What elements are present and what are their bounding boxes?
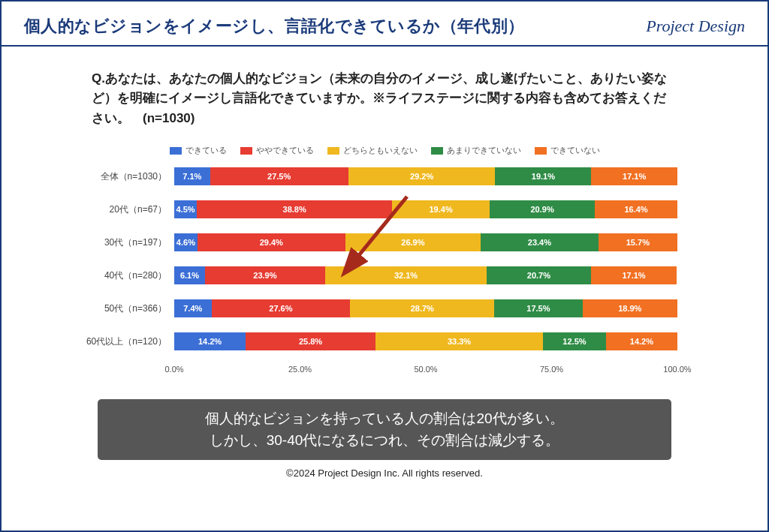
bar-segment: 7.1% bbox=[174, 167, 210, 185]
bar-row: 全体（n=1030）7.1%27.5%29.2%19.1%17.1% bbox=[80, 167, 677, 186]
stacked-bar: 4.6%29.4%26.9%23.4%15.7% bbox=[174, 233, 677, 251]
bar-segment: 27.5% bbox=[210, 167, 348, 185]
bar-segment: 4.5% bbox=[174, 200, 197, 218]
swatch-icon bbox=[431, 147, 443, 155]
content: Q.あなたは、あなたの個人的なビジョン（未来の自分のイメージ、成し遂げたいこと、… bbox=[2, 47, 767, 479]
bar-segment: 19.1% bbox=[495, 167, 591, 185]
summary-line: 個人的なビジョンを持っている人の割合は20代が多い。 bbox=[105, 408, 664, 430]
stacked-bar: 14.2%25.8%33.3%12.5%14.2% bbox=[174, 332, 677, 350]
bar-segment: 14.2% bbox=[174, 332, 246, 350]
axis-tick: 50.0% bbox=[414, 365, 437, 374]
bar-segment: 15.7% bbox=[599, 233, 677, 251]
bar-segment: 17.1% bbox=[591, 266, 677, 284]
bar-segment: 23.4% bbox=[481, 233, 599, 251]
legend-item: できている bbox=[170, 145, 227, 156]
legend-label: あまりできていない bbox=[447, 145, 521, 156]
bar-segment: 12.5% bbox=[543, 332, 606, 350]
bar-row: 20代（n=67）4.5%38.8%19.4%20.9%16.4% bbox=[80, 200, 677, 219]
swatch-icon bbox=[170, 147, 182, 155]
row-label: 50代（n=366） bbox=[80, 302, 174, 315]
summary-line: しかし、30-40代になるにつれ、その割合は減少する。 bbox=[105, 430, 664, 452]
bar-segment: 16.4% bbox=[595, 200, 677, 218]
question-text: Q.あなたは、あなたの個人的なビジョン（未来の自分のイメージ、成し遂げたいこと、… bbox=[92, 69, 677, 128]
legend-item: できていない bbox=[535, 145, 600, 156]
legend-label: どちらともいえない bbox=[343, 145, 418, 156]
bar-segment: 14.2% bbox=[606, 332, 677, 350]
bar-segment: 28.7% bbox=[350, 299, 494, 317]
x-axis: 0.0% 25.0% 50.0% 75.0% 100.0% bbox=[174, 365, 677, 378]
stacked-bar: 4.5%38.8%19.4%20.9%16.4% bbox=[174, 200, 677, 218]
bar-segment: 25.8% bbox=[246, 332, 375, 350]
copyright: ©2024 Project Design Inc. All rights res… bbox=[47, 467, 722, 479]
row-label: 60代以上（n=120） bbox=[80, 335, 174, 348]
bar-segment: 29.2% bbox=[348, 167, 496, 185]
bar-row: 60代以上（n=120）14.2%25.8%33.3%12.5%14.2% bbox=[80, 332, 677, 351]
bar-row: 30代（n=197）4.6%29.4%26.9%23.4%15.7% bbox=[80, 233, 677, 252]
axis-tick: 100.0% bbox=[663, 365, 691, 374]
legend-label: できていない bbox=[550, 145, 600, 156]
bar-segment: 18.9% bbox=[583, 299, 678, 317]
brand-logo: Project Design bbox=[646, 17, 745, 36]
swatch-icon bbox=[240, 147, 252, 155]
chart-legend: できている ややできている どちらともいえない あまりできていない できていない bbox=[47, 145, 722, 156]
bar-segment: 23.9% bbox=[205, 266, 325, 284]
axis-tick: 25.0% bbox=[288, 365, 312, 374]
bar-segment: 20.7% bbox=[487, 266, 591, 284]
bar-segment: 4.6% bbox=[174, 233, 198, 251]
legend-label: できている bbox=[185, 145, 227, 156]
swatch-icon bbox=[327, 147, 339, 155]
swatch-icon bbox=[535, 147, 547, 155]
summary-box: 個人的なビジョンを持っている人の割合は20代が多い。 しかし、30-40代になる… bbox=[98, 399, 671, 460]
bar-segment: 17.5% bbox=[494, 299, 582, 317]
row-label: 全体（n=1030） bbox=[80, 170, 174, 183]
plot-area: 全体（n=1030）7.1%27.5%29.2%19.1%17.1%20代（n=… bbox=[80, 167, 677, 351]
stacked-bar: 7.1%27.5%29.2%19.1%17.1% bbox=[174, 167, 677, 185]
legend-item: ややできている bbox=[240, 145, 314, 156]
bar-segment: 7.4% bbox=[174, 299, 212, 317]
stacked-bar-chart: 全体（n=1030）7.1%27.5%29.2%19.1%17.1%20代（n=… bbox=[80, 167, 677, 378]
bar-segment: 6.1% bbox=[174, 266, 205, 284]
page-title: 個人的なビジョンをイメージし、言語化できているか（年代別） bbox=[24, 15, 525, 38]
bar-segment: 38.8% bbox=[197, 200, 392, 218]
slide-frame: 個人的なビジョンをイメージし、言語化できているか（年代別） Project De… bbox=[0, 0, 769, 532]
bar-segment: 20.9% bbox=[490, 200, 595, 218]
bar-segment: 26.9% bbox=[345, 233, 481, 251]
axis-tick: 0.0% bbox=[164, 365, 183, 374]
stacked-bar: 7.4%27.6%28.7%17.5%18.9% bbox=[174, 299, 677, 317]
bar-row: 40代（n=280）6.1%23.9%32.1%20.7%17.1% bbox=[80, 266, 677, 285]
bar-segment: 27.6% bbox=[212, 299, 351, 317]
axis-tick: 75.0% bbox=[540, 365, 563, 374]
legend-item: どちらともいえない bbox=[327, 145, 418, 156]
bar-segment: 19.4% bbox=[392, 200, 490, 218]
bar-segment: 33.3% bbox=[375, 332, 543, 350]
bar-segment: 29.4% bbox=[198, 233, 345, 251]
header: 個人的なビジョンをイメージし、言語化できているか（年代別） Project De… bbox=[2, 2, 767, 47]
legend-item: あまりできていない bbox=[431, 145, 521, 156]
bar-row: 50代（n=366）7.4%27.6%28.7%17.5%18.9% bbox=[80, 299, 677, 318]
row-label: 20代（n=67） bbox=[80, 203, 174, 216]
row-label: 40代（n=280） bbox=[80, 269, 174, 282]
bar-segment: 32.1% bbox=[325, 266, 487, 284]
bars-layer: 全体（n=1030）7.1%27.5%29.2%19.1%17.1%20代（n=… bbox=[80, 167, 677, 351]
bar-segment: 17.1% bbox=[591, 167, 677, 185]
legend-label: ややできている bbox=[256, 145, 314, 156]
row-label: 30代（n=197） bbox=[80, 236, 174, 249]
stacked-bar: 6.1%23.9%32.1%20.7%17.1% bbox=[174, 266, 677, 284]
